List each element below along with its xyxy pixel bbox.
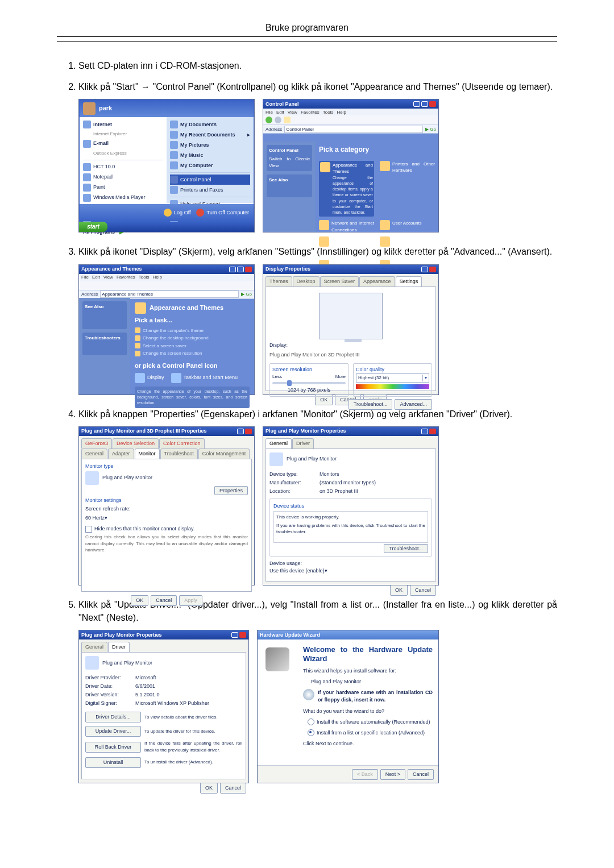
taskbar-icon-link[interactable]: Taskbar and Start Menu	[171, 373, 238, 383]
wiz-continue: Click Next to continue.	[303, 740, 433, 747]
apply-button[interactable]: Apply	[179, 595, 202, 606]
cp-users[interactable]: User Accounts	[380, 220, 435, 233]
refresh-dropdown[interactable]: 60 Hertz▾	[85, 514, 248, 522]
help-icon[interactable]	[421, 429, 428, 434]
fwd-icon[interactable]	[275, 117, 281, 123]
step-3-text: Klikk på ikonet "Display" (Skjerm), velg…	[78, 247, 552, 256]
tab-themes[interactable]: Themes	[265, 276, 292, 286]
advanced-button[interactable]: Advanced...	[395, 399, 432, 410]
cp-addremove[interactable]: Add or Remove Programs	[319, 236, 374, 256]
user-avatar	[83, 102, 96, 115]
tab-general3[interactable]: General	[81, 642, 107, 652]
tab-geforce[interactable]: GeForce3	[81, 438, 112, 448]
cp-menubar[interactable]: FileEditViewFavoritesToolsHelp	[263, 109, 438, 115]
cp-toolbar[interactable]	[263, 115, 438, 125]
tab-troubleshoot[interactable]: Troubleshoot	[160, 448, 198, 459]
sm-notepad[interactable]: Notepad	[83, 172, 163, 182]
tab-driver3[interactable]: Driver	[108, 642, 130, 652]
cp-appearance[interactable]: Appearance and ThemesChange the appearan…	[319, 161, 374, 217]
sm-controlpanel[interactable]: Control Panel	[170, 175, 250, 185]
sm-printers[interactable]: Printers and Faxes	[170, 185, 250, 195]
tab-devsel[interactable]: Device Selection	[113, 438, 159, 448]
max-icon[interactable]	[421, 101, 428, 107]
sm-internet[interactable]: Internet	[83, 119, 163, 130]
help-icon[interactable]	[421, 267, 428, 272]
ok-button[interactable]: OK	[200, 783, 218, 794]
start-button[interactable]: start	[79, 222, 107, 232]
tab-colorcorr[interactable]: Color Correction	[159, 438, 205, 448]
tab-colormgmt[interactable]: Color Management	[198, 448, 250, 459]
wiz-radio-list[interactable]: Install from a list or specific location…	[303, 729, 433, 737]
tab-adapter[interactable]: Adapter	[108, 448, 134, 459]
switch-view-link[interactable]: Switch to Classic View	[269, 156, 310, 169]
rollback-button[interactable]: Roll Back Driver	[85, 742, 141, 753]
troubleshoot-button[interactable]: Troubleshoot...	[349, 399, 393, 410]
sm-paint[interactable]: Paint	[83, 182, 163, 193]
task-4[interactable]: Change the screen resolution	[135, 350, 250, 357]
sm-music[interactable]: My Music	[170, 150, 250, 160]
sm-mydocs[interactable]: My Documents	[170, 119, 250, 130]
update-driver-button[interactable]: Update Driver...	[85, 726, 141, 737]
cp-datetime[interactable]: Date, Time, Language, and Regional Optio…	[380, 236, 435, 256]
folder-icon	[170, 121, 178, 128]
screenshot-adapter-properties: Plug and Play Monitor and 3D Prophet III…	[78, 426, 255, 585]
driver-details-button[interactable]: Driver Details...	[85, 712, 141, 722]
cancel-button[interactable]: Cancel	[151, 595, 177, 606]
ok-button[interactable]: OK	[131, 595, 148, 606]
sm-recent[interactable]: My Recent Documents▸	[170, 130, 250, 140]
tab-desktop[interactable]: Desktop	[293, 276, 320, 286]
ie-icon	[83, 121, 91, 128]
tab-appearance[interactable]: Appearance	[359, 276, 395, 286]
tab-settings[interactable]: Settings	[396, 276, 422, 286]
cp-printers[interactable]: Printers and Other Hardware	[380, 161, 435, 217]
tab-general2[interactable]: General	[265, 438, 292, 448]
go-button[interactable]: ▶ Go	[425, 126, 436, 133]
sm-pics[interactable]: My Pictures	[170, 140, 250, 150]
sm-email[interactable]: E-mail	[83, 139, 163, 149]
help-icon[interactable]	[237, 429, 244, 434]
close-icon[interactable]	[245, 267, 252, 272]
up-icon[interactable]	[284, 117, 291, 123]
wiz-radio-auto[interactable]: Install the software automatically (Reco…	[303, 719, 433, 726]
properties-button[interactable]: Properties	[214, 486, 248, 495]
max-icon[interactable]	[237, 267, 244, 272]
back-button[interactable]: < Back	[352, 769, 378, 780]
hide-modes-check[interactable]: Hide modes that this monitor cannot disp…	[85, 525, 248, 533]
sm-wmp[interactable]: Windows Media Player	[83, 193, 163, 203]
tab-general[interactable]: General	[81, 448, 107, 459]
dp-tabs: Themes Desktop Screen Saver Appearance S…	[265, 276, 436, 286]
close-icon[interactable]	[429, 429, 436, 434]
logoff-button[interactable]: Log Off	[164, 209, 190, 217]
sm-mycomp[interactable]: My Computer	[170, 160, 250, 171]
min-icon[interactable]	[413, 101, 420, 107]
tab-monitor[interactable]: Monitor	[135, 448, 160, 459]
usage-dropdown[interactable]: Use this device (enable)▾	[269, 567, 432, 575]
task-3[interactable]: Select a screen saver	[135, 343, 250, 350]
turnoff-button[interactable]: Turn Off Computer	[196, 209, 249, 217]
resolution-slider[interactable]	[272, 382, 346, 384]
ok-button[interactable]: OK	[390, 585, 408, 596]
cp-network[interactable]: Network and Internet Connections	[319, 220, 374, 233]
addr-field[interactable]: Control Panel	[284, 126, 423, 134]
close-icon[interactable]	[429, 101, 436, 107]
tab-driver2[interactable]: Driver	[292, 438, 314, 448]
close-icon[interactable]	[429, 267, 436, 272]
display-icon-link[interactable]: Display	[135, 373, 164, 383]
task-2[interactable]: Change the desktop background	[135, 335, 250, 342]
cq-dropdown[interactable]: Highest (32 bit)▾	[356, 373, 429, 383]
close-icon[interactable]	[239, 632, 246, 638]
min-icon[interactable]	[229, 267, 236, 272]
sm-ie-sub: Internet Explorer	[83, 130, 163, 139]
sm-hct[interactable]: HCT 10.0	[83, 162, 163, 172]
close-icon[interactable]	[245, 429, 252, 434]
troubleshoot-button[interactable]: Troubleshoot...	[384, 544, 428, 553]
tab-screensaver[interactable]: Screen Saver	[320, 276, 359, 286]
cancel-button[interactable]: Cancel	[408, 769, 434, 780]
help-icon[interactable]	[231, 632, 238, 638]
back-icon[interactable]	[265, 117, 272, 123]
cancel-button[interactable]: Cancel	[410, 585, 436, 596]
cancel-button[interactable]: Cancel	[220, 783, 246, 794]
task-1[interactable]: Change the computer's theme	[135, 327, 250, 334]
next-button[interactable]: Next >	[380, 769, 405, 780]
uninstall-button[interactable]: Uninstall	[85, 757, 141, 768]
